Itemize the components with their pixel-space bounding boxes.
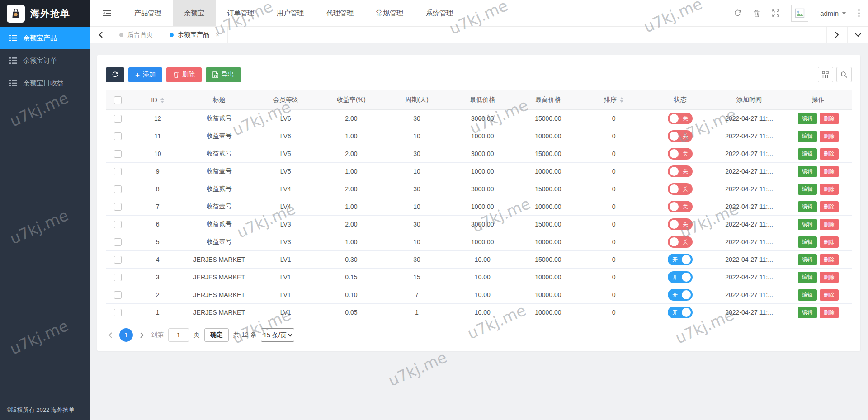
edit-button[interactable]: 编辑 — [798, 254, 817, 265]
sort-icon[interactable] — [620, 97, 623, 103]
row-checkbox[interactable] — [114, 203, 122, 211]
status-toggle[interactable]: 开 — [668, 307, 693, 318]
status-toggle[interactable]: 关 — [668, 201, 693, 212]
column-header[interactable]: 操作 — [784, 90, 852, 110]
status-toggle[interactable]: 开 — [668, 271, 693, 283]
cell-id: 12 — [130, 110, 186, 127]
status-toggle[interactable]: 关 — [668, 218, 693, 230]
sidebar-item[interactable]: 余额宝产品 — [0, 27, 90, 49]
nav-item[interactable]: 用户管理 — [265, 0, 315, 26]
edit-button[interactable]: 编辑 — [798, 236, 817, 248]
delete-button[interactable]: 删除 — [820, 254, 839, 265]
sidebar-toggle-icon[interactable] — [90, 0, 123, 26]
tab[interactable]: 余额宝产品 × — [161, 27, 228, 43]
nav-item[interactable]: 代理管理 — [315, 0, 365, 26]
delete-button[interactable]: 删除 — [820, 201, 839, 212]
row-checkbox[interactable] — [114, 256, 122, 264]
row-checkbox[interactable] — [114, 274, 122, 281]
column-header[interactable]: 最高价格 — [515, 90, 581, 110]
fullscreen-icon[interactable] — [772, 9, 779, 17]
delete-button[interactable]: 删除 — [820, 184, 839, 195]
row-checkbox[interactable] — [114, 115, 122, 123]
edit-button[interactable]: 编辑 — [798, 219, 817, 230]
sidebar-item[interactable]: 余额宝日收益 — [0, 72, 90, 94]
row-checkbox[interactable] — [114, 168, 122, 175]
nav-item[interactable]: 产品管理 — [123, 0, 173, 26]
row-checkbox[interactable] — [114, 150, 122, 158]
search-toggle-button[interactable] — [836, 67, 852, 82]
current-page-button[interactable]: 1 — [119, 328, 133, 342]
delete-button[interactable]: 删除 — [820, 219, 839, 230]
column-header[interactable]: 周期(天) — [384, 90, 449, 110]
cell-time: 2022-04-27 11:... — [714, 127, 785, 145]
export-button[interactable]: 导出 — [206, 67, 241, 82]
delete-button[interactable]: 删除 — [166, 67, 202, 82]
edit-button[interactable]: 编辑 — [798, 166, 817, 177]
tabs-menu-icon[interactable] — [847, 27, 868, 43]
delete-button[interactable]: 删除 — [820, 289, 839, 301]
delete-button[interactable]: 删除 — [820, 148, 839, 160]
status-toggle[interactable]: 关 — [668, 148, 693, 160]
table-row: 11 收益壹号 LV6 1.00 10 1000.00 10000.00 0 关… — [106, 127, 852, 145]
tab[interactable]: 后台首页 — [111, 27, 161, 43]
delete-button[interactable]: 删除 — [820, 272, 839, 283]
edit-button[interactable]: 编辑 — [798, 131, 817, 142]
next-page-icon[interactable] — [137, 332, 146, 338]
goto-page-input[interactable] — [168, 328, 189, 342]
select-all-checkbox[interactable] — [114, 96, 122, 104]
row-checkbox[interactable] — [114, 221, 122, 228]
status-toggle[interactable]: 关 — [668, 113, 693, 124]
avatar[interactable] — [791, 5, 808, 22]
delete-button[interactable]: 删除 — [820, 307, 839, 318]
prev-page-icon[interactable] — [106, 332, 115, 338]
delete-button[interactable]: 删除 — [820, 166, 839, 177]
edit-button[interactable]: 编辑 — [798, 307, 817, 318]
row-checkbox[interactable] — [114, 238, 122, 246]
column-header[interactable]: ID — [130, 90, 186, 110]
trash-icon[interactable] — [753, 9, 760, 17]
row-checkbox[interactable] — [114, 132, 122, 140]
user-menu[interactable]: admin — [820, 9, 846, 17]
column-header[interactable]: 状态 — [646, 90, 714, 110]
goto-confirm-button[interactable]: 确定 — [204, 328, 229, 342]
column-header[interactable]: 收益率(%) — [318, 90, 384, 110]
edit-button[interactable]: 编辑 — [798, 289, 817, 301]
nav-item[interactable]: 订单管理 — [216, 0, 265, 26]
delete-button[interactable]: 删除 — [820, 236, 839, 248]
status-toggle[interactable]: 开 — [668, 254, 693, 265]
nav-item[interactable]: 常规管理 — [365, 0, 415, 26]
tabs-scroll-left-icon[interactable] — [90, 27, 111, 43]
row-checkbox[interactable] — [114, 291, 122, 299]
column-header[interactable]: 添加时间 — [714, 90, 785, 110]
status-toggle[interactable]: 关 — [668, 165, 693, 177]
edit-button[interactable]: 编辑 — [798, 113, 817, 124]
status-toggle[interactable]: 关 — [668, 183, 693, 195]
sidebar-item[interactable]: 余额宝订单 — [0, 49, 90, 72]
edit-button[interactable]: 编辑 — [798, 148, 817, 160]
columns-toggle-button[interactable] — [818, 67, 833, 82]
edit-button[interactable]: 编辑 — [798, 184, 817, 195]
tabs-scroll-right-icon[interactable] — [826, 27, 847, 43]
refresh-button[interactable] — [106, 67, 124, 82]
nav-item[interactable]: 系统管理 — [415, 0, 464, 26]
delete-button[interactable]: 删除 — [820, 113, 839, 124]
tab-close-icon[interactable]: × — [216, 31, 219, 38]
column-header[interactable]: 排序 — [581, 90, 646, 110]
sort-icon[interactable] — [160, 98, 164, 103]
edit-button[interactable]: 编辑 — [798, 201, 817, 212]
page-size-select[interactable]: 15 条/页 — [261, 328, 294, 342]
status-toggle[interactable]: 开 — [668, 289, 693, 301]
status-toggle[interactable]: 关 — [668, 130, 693, 142]
row-checkbox[interactable] — [114, 185, 122, 193]
column-header[interactable]: 标题 — [186, 90, 253, 110]
delete-button[interactable]: 删除 — [820, 131, 839, 142]
column-header[interactable]: 会员等级 — [253, 90, 318, 110]
refresh-icon[interactable] — [734, 9, 741, 17]
status-toggle[interactable]: 关 — [668, 236, 693, 248]
edit-button[interactable]: 编辑 — [798, 272, 817, 283]
row-checkbox[interactable] — [114, 309, 122, 316]
nav-item[interactable]: 余额宝 — [173, 0, 216, 26]
add-button[interactable]: + 添加 — [128, 67, 162, 82]
column-header[interactable]: 最低价格 — [450, 90, 515, 110]
more-options-icon[interactable] — [858, 9, 860, 17]
